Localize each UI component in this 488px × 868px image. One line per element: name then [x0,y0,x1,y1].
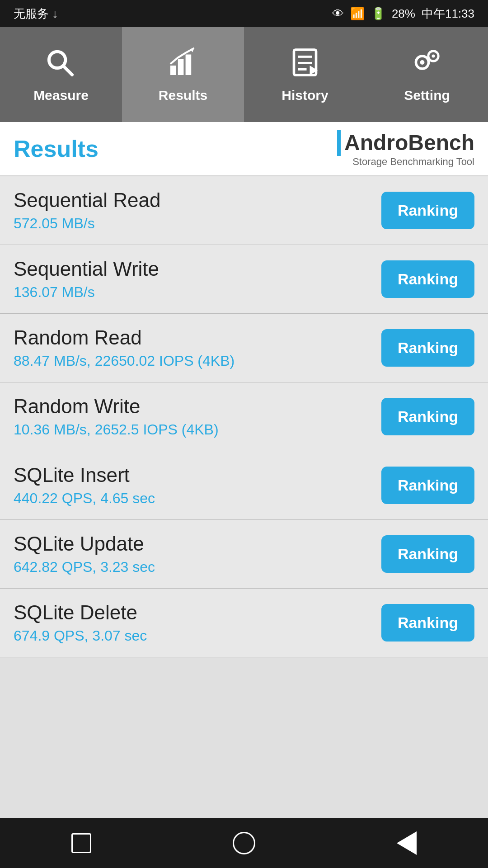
result-name: Sequential Write [14,258,381,280]
ranking-button-random-read[interactable]: Ranking [381,329,474,367]
result-value: 642.82 QPS, 3.23 sec [14,559,381,576]
brand-tagline: Storage Benchmarking Tool [352,156,474,168]
wifi-icon: 📶 [350,7,365,21]
brand-logo: AndroBench Storage Benchmarking Tool [337,130,474,168]
page-title: Results [14,135,99,162]
result-item-sqlite-delete: SQLite Delete 674.9 QPS, 3.07 sec Rankin… [0,589,488,657]
circle-icon [233,832,255,854]
history-icon [289,47,321,83]
back-icon [397,831,417,855]
svg-point-14 [432,54,435,57]
result-name: SQLite Insert [14,464,381,486]
result-item-sequential-read: Sequential Read 572.05 MB/s Ranking [0,176,488,245]
result-info: Sequential Read 572.05 MB/s [14,189,381,232]
svg-line-1 [63,66,72,75]
result-item-random-write: Random Write 10.36 MB/s, 2652.5 IOPS (4K… [0,382,488,451]
tab-results[interactable]: Results [122,27,244,122]
brand-accent [337,130,341,156]
svg-rect-2 [170,66,176,75]
home-button[interactable] [226,825,262,861]
square-icon [71,833,91,853]
result-info: Random Write 10.36 MB/s, 2652.5 IOPS (4K… [14,395,381,438]
bottom-nav [0,818,488,868]
tab-setting[interactable]: Setting [366,27,488,122]
status-bar: 无服务 ↓ 👁 📶 🔋 28% 中午11:33 [0,0,488,27]
ranking-button-random-write[interactable]: Ranking [381,398,474,435]
measure-icon [45,47,77,83]
ranking-button-sequential-write[interactable]: Ranking [381,260,474,298]
eye-icon: 👁 [332,7,344,21]
results-icon [167,47,199,83]
tab-measure[interactable]: Measure [0,27,122,122]
result-item-sequential-write: Sequential Write 136.07 MB/s Ranking [0,245,488,314]
result-name: Random Read [14,326,381,349]
result-info: SQLite Delete 674.9 QPS, 3.07 sec [14,601,381,644]
svg-rect-4 [186,54,192,75]
page-header: Results AndroBench Storage Benchmarking … [0,122,488,176]
back-button[interactable] [389,825,425,861]
result-value: 88.47 MB/s, 22650.02 IOPS (4KB) [14,353,381,369]
ranking-button-sqlite-delete[interactable]: Ranking [381,604,474,642]
svg-rect-3 [178,59,184,75]
ranking-button-sqlite-insert[interactable]: Ranking [381,467,474,504]
result-item-sqlite-insert: SQLite Insert 440.22 QPS, 4.65 sec Ranki… [0,451,488,520]
result-value: 674.9 QPS, 3.07 sec [14,627,381,644]
brand-name: AndroBench [344,132,474,154]
nav-tabs: Measure Results History [0,27,488,122]
time-display: 中午11:33 [422,6,474,22]
result-info: SQLite Insert 440.22 QPS, 4.65 sec [14,464,381,507]
result-value: 136.07 MB/s [14,284,381,301]
result-name: Random Write [14,395,381,418]
result-info: Random Read 88.47 MB/s, 22650.02 IOPS (4… [14,326,381,369]
battery-percent: 28% [392,7,415,21]
result-name: Sequential Read [14,189,381,212]
ranking-button-sequential-read[interactable]: Ranking [381,192,474,229]
result-value: 440.22 QPS, 4.65 sec [14,490,381,507]
tab-measure-label: Measure [33,88,89,103]
tab-setting-label: Setting [404,88,450,103]
result-item-random-read: Random Read 88.47 MB/s, 22650.02 IOPS (4… [0,314,488,382]
tab-history-label: History [282,88,328,103]
svg-point-12 [420,60,425,65]
tab-results-label: Results [159,88,207,103]
ranking-button-sqlite-update[interactable]: Ranking [381,535,474,573]
result-value: 10.36 MB/s, 2652.5 IOPS (4KB) [14,421,381,438]
status-right: 👁 📶 🔋 28% 中午11:33 [332,6,474,22]
tab-history[interactable]: History [244,27,366,122]
results-list: Sequential Read 572.05 MB/s Ranking Sequ… [0,176,488,818]
result-info: Sequential Write 136.07 MB/s [14,258,381,301]
result-name: SQLite Delete [14,601,381,624]
result-item-sqlite-update: SQLite Update 642.82 QPS, 3.23 sec Ranki… [0,520,488,589]
result-value: 572.05 MB/s [14,215,381,232]
battery-icon: 🔋 [371,7,385,21]
status-left: 无服务 ↓ [14,6,58,22]
result-info: SQLite Update 642.82 QPS, 3.23 sec [14,533,381,576]
setting-icon [411,47,443,83]
recents-button[interactable] [63,825,99,861]
result-name: SQLite Update [14,533,381,555]
